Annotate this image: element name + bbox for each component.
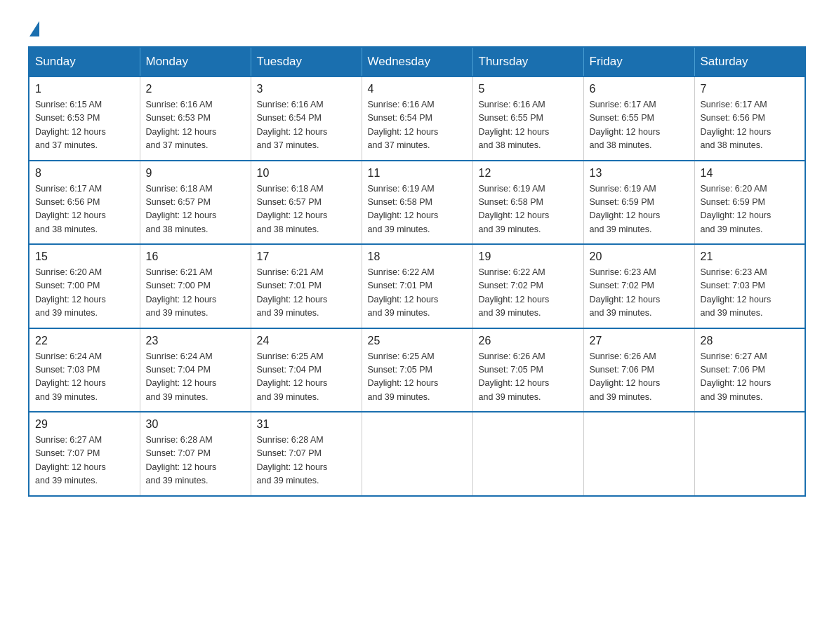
calendar-cell: 21Sunrise: 6:23 AMSunset: 7:03 PMDayligh… [694,244,805,328]
day-number: 2 [146,83,245,95]
calendar-week-3: 15Sunrise: 6:20 AMSunset: 7:00 PMDayligh… [29,244,805,328]
calendar-cell: 23Sunrise: 6:24 AMSunset: 7:04 PMDayligh… [140,328,251,412]
day-info: Sunrise: 6:17 AMSunset: 6:55 PMDaylight:… [590,98,689,153]
calendar-cell: 7Sunrise: 6:17 AMSunset: 6:56 PMDaylight… [694,76,805,161]
calendar-cell: 14Sunrise: 6:20 AMSunset: 6:59 PMDayligh… [694,161,805,245]
logo [28,21,39,32]
day-info: Sunrise: 6:19 AMSunset: 6:58 PMDaylight:… [368,182,467,237]
calendar-cell: 28Sunrise: 6:27 AMSunset: 7:06 PMDayligh… [694,328,805,412]
col-header-tuesday: Tuesday [251,47,362,76]
calendar-header-row: SundayMondayTuesdayWednesdayThursdayFrid… [29,47,805,76]
calendar-cell: 20Sunrise: 6:23 AMSunset: 7:02 PMDayligh… [583,244,694,328]
day-number: 27 [590,335,689,347]
day-info: Sunrise: 6:18 AMSunset: 6:57 PMDaylight:… [146,182,245,237]
calendar-cell: 8Sunrise: 6:17 AMSunset: 6:56 PMDaylight… [29,161,140,245]
day-info: Sunrise: 6:22 AMSunset: 7:01 PMDaylight:… [368,266,467,321]
day-number: 24 [257,335,356,347]
day-number: 21 [701,250,800,263]
calendar-cell: 24Sunrise: 6:25 AMSunset: 7:04 PMDayligh… [251,328,362,412]
day-number: 15 [35,250,134,263]
calendar-cell [694,412,805,496]
calendar-cell: 2Sunrise: 6:16 AMSunset: 6:53 PMDaylight… [140,76,251,161]
calendar-cell: 31Sunrise: 6:28 AMSunset: 7:07 PMDayligh… [251,412,362,496]
calendar-cell: 1Sunrise: 6:15 AMSunset: 6:53 PMDaylight… [29,76,140,161]
calendar-cell: 11Sunrise: 6:19 AMSunset: 6:58 PMDayligh… [362,161,472,245]
day-number: 7 [701,83,800,95]
day-info: Sunrise: 6:20 AMSunset: 7:00 PMDaylight:… [35,266,134,321]
day-number: 30 [146,418,245,431]
day-number: 3 [257,83,356,95]
day-number: 5 [479,83,578,95]
day-number: 18 [368,250,467,263]
calendar-table: SundayMondayTuesdayWednesdayThursdayFrid… [28,46,806,497]
day-number: 13 [590,167,689,180]
calendar-cell: 5Sunrise: 6:16 AMSunset: 6:55 PMDaylight… [472,76,583,161]
day-info: Sunrise: 6:15 AMSunset: 6:53 PMDaylight:… [35,98,134,153]
calendar-cell [583,412,694,496]
day-info: Sunrise: 6:16 AMSunset: 6:55 PMDaylight:… [479,98,578,153]
day-number: 9 [146,167,245,180]
col-header-thursday: Thursday [472,47,583,76]
col-header-monday: Monday [140,47,251,76]
day-info: Sunrise: 6:16 AMSunset: 6:54 PMDaylight:… [368,98,467,153]
day-number: 17 [257,250,356,263]
day-info: Sunrise: 6:20 AMSunset: 6:59 PMDaylight:… [701,182,800,237]
day-number: 8 [35,167,134,180]
day-number: 25 [368,335,467,347]
calendar-cell: 3Sunrise: 6:16 AMSunset: 6:54 PMDaylight… [251,76,362,161]
day-info: Sunrise: 6:24 AMSunset: 7:04 PMDaylight:… [146,350,245,405]
calendar-cell: 26Sunrise: 6:26 AMSunset: 7:05 PMDayligh… [472,328,583,412]
col-header-sunday: Sunday [29,47,140,76]
day-info: Sunrise: 6:22 AMSunset: 7:02 PMDaylight:… [479,266,578,321]
calendar-week-1: 1Sunrise: 6:15 AMSunset: 6:53 PMDaylight… [29,76,805,161]
day-info: Sunrise: 6:16 AMSunset: 6:54 PMDaylight:… [257,98,356,153]
calendar-cell: 9Sunrise: 6:18 AMSunset: 6:57 PMDaylight… [140,161,251,245]
day-info: Sunrise: 6:27 AMSunset: 7:07 PMDaylight:… [35,434,134,488]
day-number: 6 [590,83,689,95]
day-info: Sunrise: 6:25 AMSunset: 7:05 PMDaylight:… [368,350,467,405]
day-info: Sunrise: 6:21 AMSunset: 7:00 PMDaylight:… [146,266,245,321]
day-info: Sunrise: 6:28 AMSunset: 7:07 PMDaylight:… [146,434,245,488]
day-info: Sunrise: 6:26 AMSunset: 7:05 PMDaylight:… [479,350,578,405]
col-header-wednesday: Wednesday [362,47,472,76]
day-number: 16 [146,250,245,263]
day-info: Sunrise: 6:18 AMSunset: 6:57 PMDaylight:… [257,182,356,237]
day-number: 31 [257,418,356,431]
calendar-cell [472,412,583,496]
calendar-cell: 29Sunrise: 6:27 AMSunset: 7:07 PMDayligh… [29,412,140,496]
day-info: Sunrise: 6:23 AMSunset: 7:03 PMDaylight:… [701,266,800,321]
calendar-cell: 10Sunrise: 6:18 AMSunset: 6:57 PMDayligh… [251,161,362,245]
day-number: 4 [368,83,467,95]
day-number: 23 [146,335,245,347]
calendar-cell: 22Sunrise: 6:24 AMSunset: 7:03 PMDayligh… [29,328,140,412]
day-number: 22 [35,335,134,347]
day-info: Sunrise: 6:17 AMSunset: 6:56 PMDaylight:… [701,98,800,153]
col-header-friday: Friday [583,47,694,76]
day-number: 26 [479,335,578,347]
day-info: Sunrise: 6:26 AMSunset: 7:06 PMDaylight:… [590,350,689,405]
logo-triangle-icon [29,21,39,36]
calendar-cell: 16Sunrise: 6:21 AMSunset: 7:00 PMDayligh… [140,244,251,328]
calendar-cell: 4Sunrise: 6:16 AMSunset: 6:54 PMDaylight… [362,76,472,161]
calendar-cell: 18Sunrise: 6:22 AMSunset: 7:01 PMDayligh… [362,244,472,328]
day-info: Sunrise: 6:23 AMSunset: 7:02 PMDaylight:… [590,266,689,321]
calendar-cell: 6Sunrise: 6:17 AMSunset: 6:55 PMDaylight… [583,76,694,161]
day-number: 28 [701,335,800,347]
col-header-saturday: Saturday [694,47,805,76]
calendar-cell: 19Sunrise: 6:22 AMSunset: 7:02 PMDayligh… [472,244,583,328]
day-info: Sunrise: 6:27 AMSunset: 7:06 PMDaylight:… [701,350,800,405]
calendar-week-2: 8Sunrise: 6:17 AMSunset: 6:56 PMDaylight… [29,161,805,245]
day-info: Sunrise: 6:21 AMSunset: 7:01 PMDaylight:… [257,266,356,321]
day-number: 12 [479,167,578,180]
day-info: Sunrise: 6:17 AMSunset: 6:56 PMDaylight:… [35,182,134,237]
calendar-cell: 12Sunrise: 6:19 AMSunset: 6:58 PMDayligh… [472,161,583,245]
day-info: Sunrise: 6:28 AMSunset: 7:07 PMDaylight:… [257,434,356,488]
day-number: 20 [590,250,689,263]
calendar-week-5: 29Sunrise: 6:27 AMSunset: 7:07 PMDayligh… [29,412,805,496]
page-header [28,21,806,32]
day-number: 29 [35,418,134,431]
calendar-week-4: 22Sunrise: 6:24 AMSunset: 7:03 PMDayligh… [29,328,805,412]
day-info: Sunrise: 6:16 AMSunset: 6:53 PMDaylight:… [146,98,245,153]
calendar-cell: 15Sunrise: 6:20 AMSunset: 7:00 PMDayligh… [29,244,140,328]
day-number: 14 [701,167,800,180]
